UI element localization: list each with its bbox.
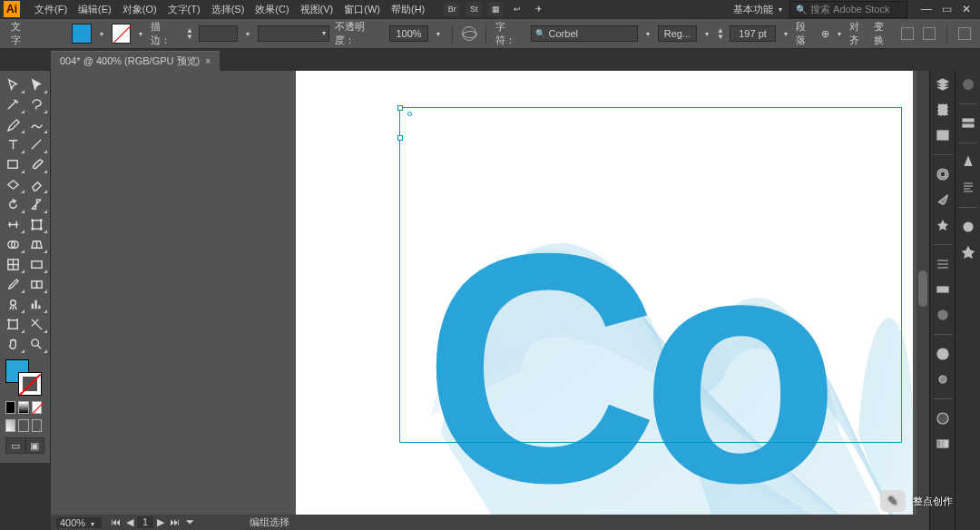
gradient-panel-icon[interactable] xyxy=(933,280,953,299)
transparency-panel-icon[interactable] xyxy=(933,305,953,325)
pen-tool[interactable] xyxy=(2,114,25,134)
width-tool[interactable] xyxy=(2,214,25,234)
rectangle-tool[interactable] xyxy=(2,154,25,174)
menu-type[interactable]: 文字(T) xyxy=(162,3,206,16)
lasso-tool[interactable] xyxy=(25,94,49,114)
menu-window[interactable]: 窗口(W) xyxy=(338,3,386,16)
nav-last-icon[interactable]: ⏭ xyxy=(168,516,181,528)
appearance-panel-icon[interactable] xyxy=(933,344,953,364)
color-mode-none[interactable] xyxy=(32,401,42,414)
symbol-spray-tool[interactable] xyxy=(2,294,25,314)
opacity-dropdown[interactable]: ▾ xyxy=(434,30,443,38)
glyphs-panel-icon[interactable] xyxy=(958,242,978,262)
libraries-panel-icon[interactable] xyxy=(933,125,953,145)
swatches-panel-icon[interactable] xyxy=(933,164,953,184)
shape-builder-tool[interactable] xyxy=(2,234,25,254)
stock-search[interactable]: 🔍 搜索 Adobe Stock xyxy=(789,1,907,18)
layers-panel-icon[interactable] xyxy=(933,74,953,94)
draw-behind[interactable] xyxy=(18,419,28,432)
stroke-weight-field[interactable] xyxy=(199,25,238,42)
font-style-field[interactable]: Reg... xyxy=(658,25,697,42)
gpu-icon[interactable]: ✈ xyxy=(531,2,547,16)
transform-label[interactable]: 变换 xyxy=(874,20,894,47)
stroke-swatch[interactable] xyxy=(112,24,132,44)
scrollbar-thumb[interactable] xyxy=(918,270,927,307)
align-dropdown[interactable]: ▾ xyxy=(835,30,844,38)
align-label[interactable]: 对齐 xyxy=(849,20,869,47)
workspace-switcher[interactable]: 基本功能 ▾ xyxy=(733,3,782,16)
char-panel-panel-icon[interactable] xyxy=(958,152,978,172)
properties-panel-icon[interactable] xyxy=(958,113,978,133)
para-panel-panel-icon[interactable] xyxy=(958,178,978,198)
screen-mode-full[interactable]: ▣ xyxy=(25,437,45,454)
blend-tool[interactable] xyxy=(25,274,49,294)
eraser-tool[interactable] xyxy=(25,174,49,194)
undo-icon[interactable]: ↩ xyxy=(509,2,525,16)
menu-select[interactable]: 选择(S) xyxy=(206,3,250,16)
isolate-icon[interactable] xyxy=(901,27,914,40)
vertical-scrollbar[interactable] xyxy=(916,71,929,515)
gradient-tool[interactable] xyxy=(25,254,49,274)
zoom-field[interactable]: 400% ▾ xyxy=(56,517,102,528)
canvas-area[interactable]: Co xyxy=(51,71,929,515)
menu-view[interactable]: 视图(V) xyxy=(295,3,339,16)
font-size-stepper[interactable]: ▲▼ xyxy=(717,27,724,40)
shaper-tool[interactable] xyxy=(2,174,25,194)
artboard-navigator[interactable]: ⏮ ◀ 1 ▶ ⏭ ⏷ xyxy=(109,516,197,528)
learn-panel-icon[interactable] xyxy=(958,74,978,94)
stroke-color[interactable] xyxy=(18,372,42,396)
direct-selection-tool[interactable] xyxy=(25,74,49,94)
menu-edit[interactable]: 编辑(E) xyxy=(73,3,117,16)
window-restore[interactable]: ▭ xyxy=(936,3,956,15)
selection-tool[interactable] xyxy=(2,74,25,94)
stroke-dropdown[interactable]: ▾ xyxy=(136,30,145,38)
nav-next-icon[interactable]: ▶ xyxy=(155,516,166,528)
artboards-panel-icon[interactable] xyxy=(933,100,953,120)
nav-first-icon[interactable]: ⏮ xyxy=(109,516,122,528)
color-guide-panel-icon[interactable] xyxy=(933,434,953,454)
menu-object[interactable]: 对象(O) xyxy=(117,3,162,16)
menu-effect[interactable]: 效果(C) xyxy=(250,3,294,16)
window-close[interactable]: ✕ xyxy=(956,3,976,15)
graphic-styles-panel-icon[interactable] xyxy=(933,369,953,389)
font-family-dropdown[interactable]: ▾ xyxy=(643,30,652,38)
stroke-profile-field[interactable]: ▾ xyxy=(258,25,329,42)
zoom-tool[interactable] xyxy=(25,334,49,354)
font-style-dropdown[interactable]: ▾ xyxy=(702,30,711,38)
artboard-tool[interactable] xyxy=(2,314,25,334)
crop-icon[interactable] xyxy=(958,27,971,40)
type-tool[interactable] xyxy=(2,134,25,154)
align-panel-icon[interactable]: ⊕ xyxy=(821,28,829,40)
opentype-panel-icon[interactable] xyxy=(958,217,978,237)
hand-tool[interactable] xyxy=(2,334,25,354)
mesh-tool[interactable] xyxy=(2,254,25,274)
free-transform-tool[interactable] xyxy=(25,214,49,234)
color-picker[interactable] xyxy=(5,359,42,396)
font-size-dropdown[interactable]: ▾ xyxy=(781,30,790,38)
opacity-field[interactable]: 100% xyxy=(389,25,428,42)
color-panel-icon[interactable] xyxy=(933,408,953,428)
nav-dropdown-icon[interactable]: ⏷ xyxy=(183,516,197,528)
arrange-docs-icon[interactable]: ▦ xyxy=(487,2,504,16)
font-size-field[interactable]: 197 pt xyxy=(730,25,776,42)
screen-mode-normal[interactable]: ▭ xyxy=(5,437,25,454)
draw-inside[interactable] xyxy=(32,419,42,432)
graph-tool[interactable] xyxy=(25,294,49,314)
eyedropper-tool[interactable] xyxy=(2,274,25,294)
rotate-tool[interactable] xyxy=(2,194,25,214)
document-tab[interactable]: 004* @ 400% (RGB/GPU 预览) × xyxy=(51,51,220,71)
artboard[interactable]: Co xyxy=(296,71,913,515)
perspective-tool[interactable] xyxy=(25,234,49,254)
nav-prev-icon[interactable]: ◀ xyxy=(124,516,135,528)
color-mode-solid[interactable] xyxy=(5,401,15,414)
nav-page-field[interactable]: 1 xyxy=(137,516,153,528)
window-minimize[interactable]: — xyxy=(916,3,936,15)
curvature-tool[interactable] xyxy=(25,114,49,134)
fill-swatch[interactable] xyxy=(72,24,92,44)
brushes-panel-icon[interactable] xyxy=(933,190,953,210)
paragraph-label[interactable]: 段落 xyxy=(796,20,816,47)
stroke-panel-icon[interactable] xyxy=(933,254,953,274)
menu-file[interactable]: 文件(F) xyxy=(29,3,73,16)
magic-wand-tool[interactable] xyxy=(2,94,25,114)
symbols-panel-icon[interactable] xyxy=(933,215,953,235)
